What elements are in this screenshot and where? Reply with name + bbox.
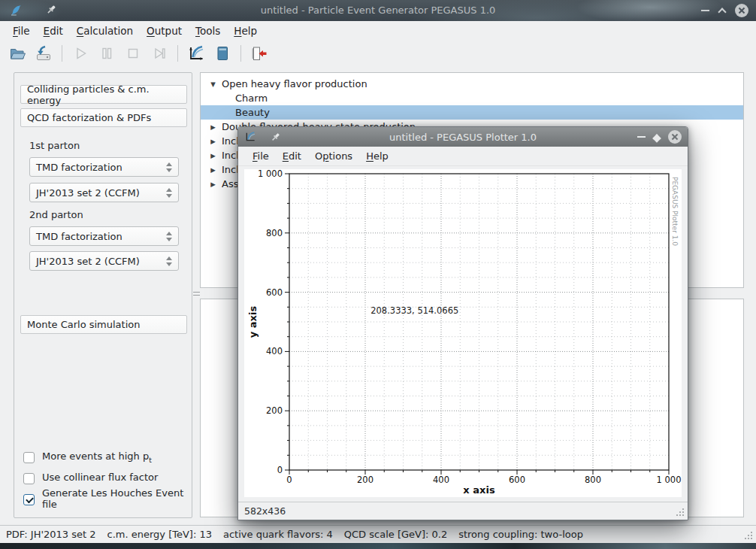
menu-output[interactable]: Output — [140, 25, 189, 37]
pause-calculation-button[interactable] — [95, 42, 118, 65]
parton1-pdf-value: JH'2013 set 2 (CCFM) — [36, 187, 140, 199]
plot-canvas[interactable]: 02004006008001 00002004006008001 000x ax… — [244, 169, 682, 497]
open-document-button[interactable] — [6, 42, 29, 65]
checkbox-row-high-pt[interactable]: More events at high pt — [23, 451, 152, 463]
skip-icon — [150, 44, 168, 62]
menu-tools[interactable]: Tools — [189, 25, 227, 37]
main-window-title: untitled - Particle Event Generator PEGA… — [0, 5, 756, 16]
expander-icon[interactable]: ▶ — [209, 138, 217, 145]
plotter-statusbar: 582x436 — [238, 502, 688, 520]
checkbox-label: Generate Les Houches Event file — [42, 487, 192, 512]
svg-text:200: 200 — [266, 405, 283, 416]
menu-edit[interactable]: Edit — [276, 150, 308, 162]
spin-down-icon[interactable] — [166, 168, 172, 172]
minimize-button[interactable] — [701, 10, 709, 11]
checkbox-les-houches[interactable] — [23, 494, 35, 505]
section-colliding-particles-button[interactable]: Colliding particles & c.m. energy — [20, 85, 187, 104]
close-button[interactable] — [668, 130, 682, 144]
section-qcd-factorization-button[interactable]: QCD factorization & PDFs — [20, 108, 187, 127]
parton2-pdf-select[interactable]: JH'2013 set 2 (CCFM) — [29, 251, 179, 271]
spin-up-icon[interactable] — [166, 256, 172, 260]
svg-text:0: 0 — [277, 465, 283, 475]
menu-file[interactable]: File — [6, 25, 37, 37]
svg-text:200: 200 — [357, 475, 373, 485]
expander-icon[interactable]: ▶ — [209, 123, 217, 131]
checkbox-high-pt[interactable] — [23, 452, 35, 463]
parton1-scheme-select[interactable]: TMD factorization — [29, 157, 179, 177]
svg-text:208.3333, 514.0665: 208.3333, 514.0665 — [370, 305, 458, 316]
checkbox-row-collinear-flux[interactable]: Use collinear flux factor — [23, 472, 158, 484]
status-cm-energy: c.m. energy [TeV]: 13 — [107, 529, 212, 540]
svg-text:x axis: x axis — [463, 484, 495, 496]
stop-calculation-button[interactable] — [122, 42, 144, 65]
plotter-client-area: 02004006008001 00002004006008001 000x ax… — [238, 166, 688, 502]
maximize-button[interactable] — [718, 8, 726, 16]
close-button[interactable] — [735, 4, 748, 17]
menu-options[interactable]: Options — [308, 150, 359, 162]
status-qcd-scale: QCD scale [GeV]: 0.2 — [344, 529, 447, 540]
desktop: untitled - Particle Event Generator PEGA… — [0, 0, 756, 549]
quit-application-button[interactable] — [248, 42, 271, 65]
desktop-wallpaper — [0, 543, 756, 549]
plotter-window: untitled - PEGASUS Plotter 1.0 File Edit… — [237, 126, 688, 520]
menu-help[interactable]: Help — [227, 25, 264, 37]
save-icon — [35, 44, 53, 62]
spin-down-icon[interactable] — [166, 262, 172, 266]
svg-text:1 000: 1 000 — [657, 475, 682, 485]
exit-door-icon — [250, 44, 268, 62]
plot-axes-icon — [187, 44, 205, 62]
svg-text:400: 400 — [433, 475, 449, 485]
toolbar-separator — [177, 45, 178, 62]
svg-text:800: 800 — [266, 228, 283, 238]
save-output-button[interactable] — [32, 42, 55, 65]
parton1-scheme-value: TMD factorization — [36, 162, 122, 173]
menu-edit[interactable]: Edit — [37, 25, 70, 37]
monte-carlo-simulation-button[interactable]: Monte Carlo simulation — [20, 315, 187, 334]
checkbox-row-les-houches[interactable]: Generate Les Houches Event file — [23, 493, 192, 505]
expander-icon[interactable]: ▶ — [209, 152, 217, 159]
resize-grip[interactable] — [745, 532, 754, 541]
play-icon — [71, 44, 89, 62]
run-calculation-button[interactable] — [69, 42, 92, 65]
spin-down-icon[interactable] — [166, 194, 172, 198]
expander-icon[interactable]: ▶ — [209, 180, 217, 188]
show-notes-button[interactable] — [211, 42, 234, 65]
plot-size-readout: 582x436 — [244, 505, 286, 517]
main-titlebar: untitled - Particle Event Generator PEGA… — [0, 0, 756, 21]
parton2-scheme-select[interactable]: TMD factorization — [29, 226, 179, 246]
status-strong-coupling: strong coupling: two-loop — [458, 529, 583, 540]
svg-text:y axis: y axis — [247, 306, 259, 338]
skip-to-end-button[interactable] — [148, 42, 171, 65]
svg-text:600: 600 — [509, 475, 525, 485]
svg-text:400: 400 — [266, 346, 283, 356]
spin-down-icon[interactable] — [166, 238, 172, 241]
menu-calculation[interactable]: Calculation — [70, 25, 140, 37]
menu-help[interactable]: Help — [359, 150, 395, 162]
splitter-handle[interactable] — [193, 292, 200, 296]
menu-file[interactable]: File — [246, 150, 276, 162]
tree-item-beauty[interactable]: Beauty — [201, 105, 743, 120]
stop-icon — [124, 44, 142, 62]
resize-grip[interactable] — [676, 508, 685, 517]
svg-text:600: 600 — [266, 287, 283, 298]
open-plotter-button[interactable] — [185, 42, 207, 65]
maximize-button[interactable] — [652, 134, 661, 142]
tree-item-charm[interactable]: Charm — [201, 91, 743, 105]
main-menubar: File Edit Calculation Output Tools Help — [0, 21, 756, 40]
svg-text:1 000: 1 000 — [258, 169, 283, 179]
spin-up-icon[interactable] — [166, 162, 172, 166]
expander-icon[interactable]: ▼ — [209, 80, 217, 88]
parton1-pdf-select[interactable]: JH'2013 set 2 (CCFM) — [29, 183, 179, 202]
pause-icon — [98, 44, 116, 62]
plotter-menubar: File Edit Options Help — [238, 147, 688, 166]
spin-up-icon[interactable] — [166, 232, 172, 235]
parton2-scheme-value: TMD factorization — [36, 231, 122, 242]
svg-text:PEGASUS Plotter 1.0: PEGASUS Plotter 1.0 — [671, 177, 679, 246]
spin-up-icon[interactable] — [166, 188, 172, 192]
checkbox-collinear-flux[interactable] — [23, 473, 35, 484]
tree-item-open-heavy-flavor[interactable]: ▼ Open heavy flavor production — [201, 77, 743, 91]
minimize-button[interactable] — [637, 136, 646, 138]
expander-icon[interactable]: ▶ — [209, 166, 217, 174]
parton1-label: 1st parton — [29, 140, 80, 151]
svg-text:800: 800 — [585, 475, 601, 485]
